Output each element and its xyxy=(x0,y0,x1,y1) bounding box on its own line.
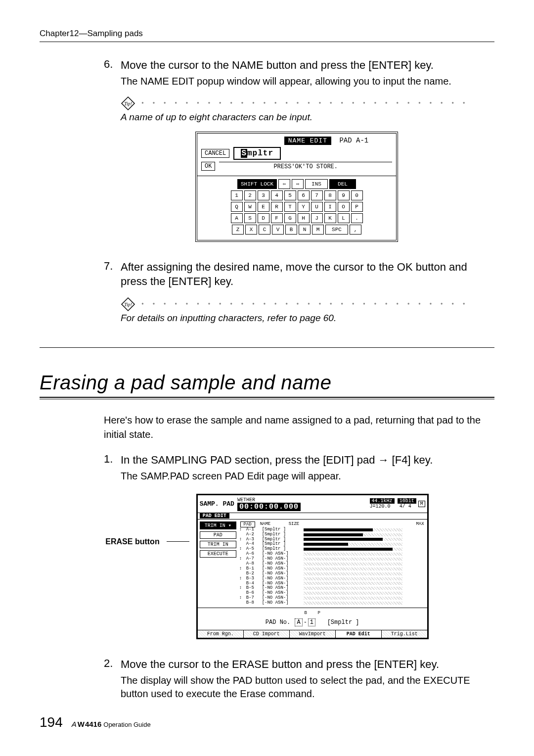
key-y[interactable]: Y xyxy=(298,202,310,212)
key-comma[interactable]: , xyxy=(350,225,361,235)
key-f[interactable]: F xyxy=(271,213,283,223)
key-h[interactable]: H xyxy=(298,213,310,223)
key-d[interactable]: D xyxy=(258,213,269,223)
ins-key[interactable]: INS xyxy=(305,179,328,189)
samp-pad-screen: SAMP. PAD WETHER 00:00:00.000 44.1kHz 16… xyxy=(196,494,429,639)
erase-button-callout: ERASE button xyxy=(105,537,159,546)
callout-line xyxy=(167,541,189,542)
tab-from-rgn[interactable]: From Rgn. xyxy=(198,630,244,638)
key-i[interactable]: I xyxy=(324,202,336,212)
key-c[interactable]: C xyxy=(259,225,270,235)
key-4[interactable]: 4 xyxy=(271,190,283,200)
key-q[interactable]: Q xyxy=(231,202,243,212)
page-number: 194 xyxy=(40,714,63,730)
step-2-title: Move the cursor to the ERASE button and … xyxy=(121,657,490,672)
step-6: 6. Move the cursor to the NAME button an… xyxy=(104,58,490,73)
key-k[interactable]: K xyxy=(324,213,336,223)
col-size: SIZE xyxy=(289,521,306,527)
key-r[interactable]: R xyxy=(271,202,283,212)
pad-bank-field[interactable]: A xyxy=(295,618,302,626)
ok-button[interactable]: OK xyxy=(201,162,215,171)
key-v[interactable]: V xyxy=(272,225,284,235)
key-1[interactable]: 1 xyxy=(231,190,243,200)
trim-in-2-button[interactable]: TRIM IN xyxy=(200,541,236,548)
section-rule xyxy=(40,347,494,348)
arrow-right-key[interactable]: ⇨ xyxy=(292,179,304,189)
key-b[interactable]: B xyxy=(285,225,297,235)
section-intro: Here's how to erase the sample and name … xyxy=(104,413,490,442)
arrow-left-key[interactable]: ⇦ xyxy=(278,179,290,189)
step-1-sub: The SAMP.PAD screen PAD Edit page will a… xyxy=(121,470,490,483)
svg-text:Tip!: Tip! xyxy=(124,101,132,106)
erase-pad-button[interactable]: PAD xyxy=(200,531,236,539)
key-a[interactable]: A xyxy=(231,213,243,223)
step-7-title: After assigning the desired name, move t… xyxy=(121,260,490,289)
step-2-sub: The display will show the PAD button use… xyxy=(121,674,490,701)
step-2-num: 2. xyxy=(104,657,121,672)
key-p[interactable]: P xyxy=(351,202,363,212)
key-n[interactable]: N xyxy=(299,225,311,235)
pad-edit-tag: PAD EDIT xyxy=(200,513,229,519)
time-counter: 00:00:00.000 xyxy=(237,503,301,511)
key-x[interactable]: X xyxy=(245,225,257,235)
step-1-num: 1. xyxy=(104,453,121,468)
tempo-label: J=120.0 xyxy=(370,504,391,509)
key-m[interactable]: M xyxy=(312,225,324,235)
kbd-zxcv-row: Z X C V B N M SPC , xyxy=(201,225,392,235)
trim-in-button[interactable]: TRIM IN ▾ xyxy=(200,521,236,529)
dot-leader: • • • • • • • • • • • • • • • • • • • • … xyxy=(141,300,473,308)
header-rule xyxy=(40,42,494,42)
key-9[interactable]: 9 xyxy=(338,190,350,200)
onscreen-keyboard: SHIFT LOCK ⇦ ⇨ INS DEL 1 2 3 4 5 6 7 xyxy=(197,176,396,240)
key-o[interactable]: O xyxy=(338,202,350,212)
kbd-qwerty-row: Q W E R T Y U I O P xyxy=(201,202,392,212)
page-footer: 194 AW4416 Operation Guide xyxy=(40,714,151,730)
name-input[interactable]: Smpltr xyxy=(233,147,281,160)
step-2: 2. Move the cursor to the ERASE button a… xyxy=(104,657,490,672)
key-dot[interactable]: . xyxy=(351,213,363,223)
key-spc[interactable]: SPC xyxy=(325,225,348,235)
pad-num-field[interactable]: 1 xyxy=(308,618,315,626)
key-s[interactable]: S xyxy=(244,213,256,223)
bit-depth-badge: 16bit xyxy=(398,498,416,504)
tip-icon: Tip! xyxy=(121,96,135,111)
pad-rows: ↕A-1[Smpltr ]A-2[Smpltr ]↕A-3[Smpltr ]A-… xyxy=(239,527,425,606)
key-3[interactable]: 3 xyxy=(258,190,269,200)
step-1-title: In the SAMPLING PAD section, press the [… xyxy=(121,453,490,468)
key-j[interactable]: J xyxy=(311,213,323,223)
key-0[interactable]: 0 xyxy=(351,190,363,200)
key-7[interactable]: 7 xyxy=(311,190,323,200)
key-u[interactable]: U xyxy=(311,202,323,212)
key-l[interactable]: L xyxy=(338,213,350,223)
tab-cd-import[interactable]: CD Import xyxy=(244,630,290,638)
pad-no-label: PAD No. xyxy=(266,619,290,626)
step-7-num: 7. xyxy=(104,260,121,289)
step-1: 1. In the SAMPLING PAD section, press th… xyxy=(104,453,490,468)
cancel-button[interactable]: CANCEL xyxy=(201,149,229,158)
key-2[interactable]: 2 xyxy=(244,190,256,200)
step-6-num: 6. xyxy=(104,58,121,73)
kbd-asdf-row: A S D F G H J K L . xyxy=(201,213,392,223)
key-z[interactable]: Z xyxy=(232,225,244,235)
key-5[interactable]: 5 xyxy=(284,190,296,200)
m-indicator: M xyxy=(418,501,425,507)
press-ok-label: PRESS'OK'TO STORE. xyxy=(219,162,392,170)
execute-button[interactable]: EXECUTE xyxy=(200,550,236,558)
tab-trig-list[interactable]: Trig.List xyxy=(382,630,427,638)
key-8[interactable]: 8 xyxy=(324,190,336,200)
tab-pad-edit[interactable]: PAD Edit xyxy=(336,630,382,638)
section-title: Erasing a pad sample and name xyxy=(40,372,494,394)
key-t[interactable]: T xyxy=(284,202,296,212)
section-rule xyxy=(40,399,494,399)
tab-wav-import[interactable]: WavImport xyxy=(290,630,336,638)
timesig-label: 4/ 4 xyxy=(400,504,411,509)
col-max: MAX xyxy=(416,521,424,527)
key-g[interactable]: G xyxy=(284,213,296,223)
pad-row[interactable]: B-8[-NO ASN-] xyxy=(239,601,425,606)
shift-lock-key[interactable]: SHIFT LOCK xyxy=(237,179,277,189)
del-key[interactable]: DEL xyxy=(329,179,356,189)
key-e[interactable]: E xyxy=(258,202,269,212)
key-6[interactable]: 6 xyxy=(298,190,310,200)
key-w[interactable]: W xyxy=(244,202,256,212)
song-name: WETHER xyxy=(237,497,255,503)
